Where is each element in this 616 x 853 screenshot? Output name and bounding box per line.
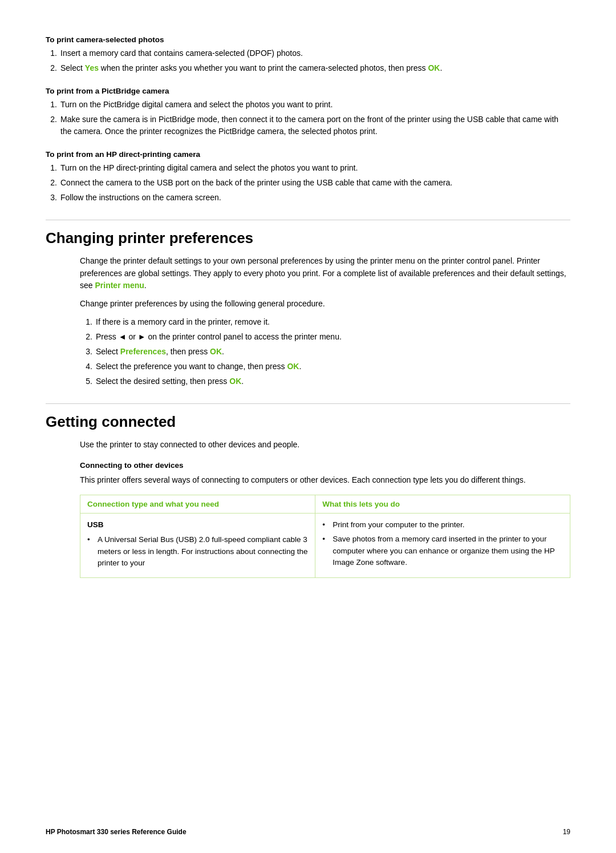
pref-step-3-text: Select Preferences, then press OK. — [96, 346, 570, 358]
changing-printer-body1-end: . — [144, 281, 147, 290]
pictbridge-step-1-text: Turn on the PictBridge digital camera an… — [60, 99, 570, 111]
connecting-devices-body: This printer offers several ways of conn… — [46, 474, 570, 487]
yes-label: Yes — [85, 63, 99, 72]
usb-feature-1-text: Print from your computer to the printer. — [333, 519, 464, 531]
usb-feature-1: Print from your computer to the printer. — [322, 519, 563, 531]
pref-step-2-text: Press ◄ or ► on the printer control pane… — [96, 331, 570, 343]
pictbridge-heading: To print from a PictBridge camera — [46, 87, 570, 95]
hp-direct-step-3-text: Follow the instructions on the camera sc… — [60, 192, 570, 204]
ok-label-2: OK — [210, 347, 222, 356]
camera-step-1: 1. Insert a memory card that contains ca… — [46, 47, 570, 59]
table-cell-left: USB A Universal Serial Bus (USB) 2.0 ful… — [80, 514, 315, 578]
hp-direct-step-2-text: Connect the camera to the USB port on th… — [60, 177, 570, 189]
hp-direct-list: 1. Turn on the HP direct-printing digita… — [46, 162, 570, 204]
pref-step-1-text: If there is a memory card in the printer… — [96, 316, 570, 328]
camera-section: To print camera-selected photos 1. Inser… — [46, 35, 570, 74]
printer-menu-link[interactable]: Printer menu — [95, 281, 144, 290]
getting-connected-heading: Getting connected — [46, 403, 570, 431]
hp-direct-section: To print from an HP direct-printing came… — [46, 150, 570, 204]
usb-feature-2: Save photos from a memory card inserted … — [322, 533, 563, 568]
pictbridge-section: To print from a PictBridge camera 1. Tur… — [46, 87, 570, 138]
pref-step-4: 4. Select the preference you want to cha… — [80, 361, 570, 373]
usb-features-list: Print from your computer to the printer.… — [322, 519, 563, 568]
hp-direct-step-3: 3. Follow the instructions on the camera… — [46, 192, 570, 204]
pictbridge-list: 1. Turn on the PictBridge digital camera… — [46, 99, 570, 138]
hp-direct-step-2: 2. Connect the camera to the USB port on… — [46, 177, 570, 189]
getting-connected-body: Use the printer to stay connected to oth… — [46, 439, 570, 451]
ok-label-4: OK — [229, 377, 241, 386]
hp-direct-step-1: 1. Turn on the HP direct-printing digita… — [46, 162, 570, 174]
camera-selected-heading: To print camera-selected photos — [46, 35, 570, 44]
preferences-label: Preferences — [120, 347, 166, 356]
pref-step-5-text: Select the desired setting, then press O… — [96, 375, 570, 387]
footer-page-number: 19 — [563, 828, 570, 836]
ok-label-3: OK — [287, 362, 299, 371]
camera-selected-list: 1. Insert a memory card that contains ca… — [46, 47, 570, 74]
usb-title: USB — [87, 519, 308, 531]
usb-bullet-1-text: A Universal Serial Bus (USB) 2.0 full-sp… — [98, 534, 308, 569]
footer-title: HP Photosmart 330 series Reference Guide — [46, 828, 187, 836]
changing-printer-body1: Change the printer default settings to y… — [46, 255, 570, 292]
pref-step-3: 3. Select Preferences, then press OK. — [80, 346, 570, 358]
pictbridge-step-2: 2. Make sure the camera is in PictBridge… — [46, 114, 570, 138]
table-header-col1: Connection type and what you need — [80, 495, 315, 514]
changing-printer-heading: Changing printer preferences — [46, 220, 570, 247]
usb-bullet-1: A Universal Serial Bus (USB) 2.0 full-sp… — [87, 534, 308, 569]
pictbridge-step-1: 1. Turn on the PictBridge digital camera… — [46, 99, 570, 111]
camera-step-2-text: Select Yes when the printer asks you whe… — [60, 62, 570, 74]
usb-bullet-list: A Universal Serial Bus (USB) 2.0 full-sp… — [87, 534, 308, 569]
pref-step-2: 2. Press ◄ or ► on the printer control p… — [80, 331, 570, 343]
pictbridge-step-2-text: Make sure the camera is in PictBridge mo… — [60, 114, 570, 138]
changing-printer-body1-text: Change the printer default settings to y… — [80, 256, 566, 290]
page-footer: HP Photosmart 330 series Reference Guide… — [46, 828, 570, 836]
pref-step-1: 1. If there is a memory card in the prin… — [80, 316, 570, 328]
hp-direct-step-1-text: Turn on the HP direct-printing digital c… — [60, 162, 570, 174]
page-container: To print camera-selected photos 1. Inser… — [0, 0, 616, 612]
table-row: USB A Universal Serial Bus (USB) 2.0 ful… — [80, 514, 570, 578]
pref-step-5: 5. Select the desired setting, then pres… — [80, 375, 570, 387]
table-header-col2: What this lets you do — [315, 495, 570, 514]
connecting-devices-subheading: Connecting to other devices — [46, 461, 570, 470]
camera-step-2: 2. Select Yes when the printer asks you … — [46, 62, 570, 74]
table-cell-right: Print from your computer to the printer.… — [315, 514, 570, 578]
usb-feature-2-text: Save photos from a memory card inserted … — [333, 533, 563, 568]
changing-printer-body2: Change printer preferences by using the … — [46, 298, 570, 310]
ok-label-1: OK — [428, 63, 440, 72]
hp-direct-heading: To print from an HP direct-printing came… — [46, 150, 570, 159]
table-header-row: Connection type and what you need What t… — [80, 495, 570, 514]
changing-printer-steps: 1. If there is a memory card in the prin… — [46, 316, 570, 387]
pref-step-4-text: Select the preference you want to change… — [96, 361, 570, 373]
camera-step-1-text: Insert a memory card that contains camer… — [60, 47, 570, 59]
connection-table: Connection type and what you need What t… — [80, 495, 570, 578]
